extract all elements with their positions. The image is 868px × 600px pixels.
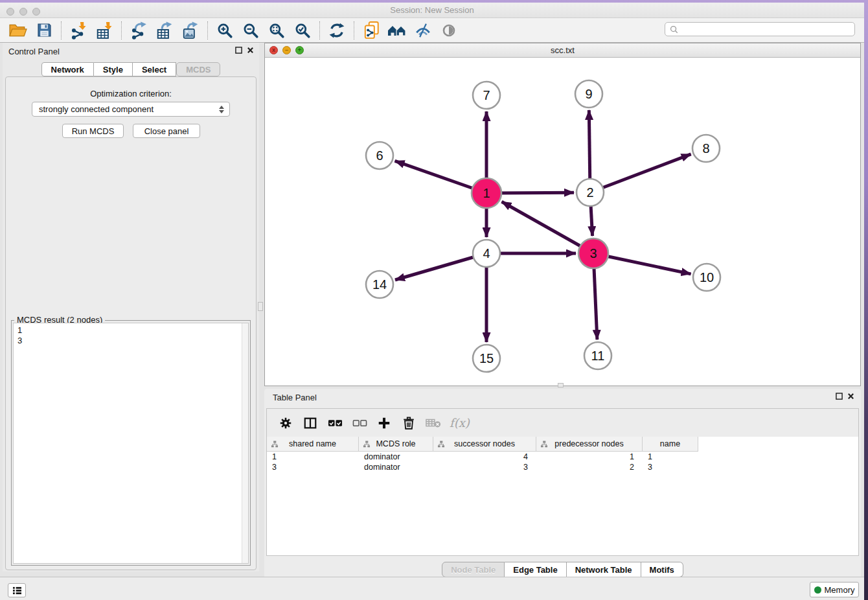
svg-text:11: 11 (591, 349, 605, 363)
add-column-icon[interactable] (374, 413, 394, 433)
table-cell[interactable]: dominator (359, 452, 433, 462)
save-session-icon[interactable] (33, 20, 55, 41)
graph-node-11[interactable]: 11 (584, 342, 611, 369)
optimization-criterion-select[interactable]: strongly connected component (32, 102, 230, 117)
vertical-split-handle[interactable] (258, 302, 263, 311)
svg-text:1: 1 (483, 186, 490, 200)
edge-3-1[interactable] (502, 202, 593, 253)
export-table-icon[interactable] (154, 20, 176, 41)
table-cell[interactable]: 2 (536, 462, 643, 472)
zoom-in-icon[interactable] (214, 20, 236, 41)
graph-node-9[interactable]: 9 (575, 80, 602, 108)
toggle-panel-icon[interactable] (301, 413, 320, 433)
toolbar-separator (319, 21, 320, 40)
graph-node-14[interactable]: 14 (366, 271, 393, 298)
open-file-icon[interactable] (7, 20, 29, 41)
table-cell[interactable]: dominator (359, 462, 433, 472)
import-table-icon[interactable] (93, 20, 115, 41)
svg-text:10: 10 (700, 270, 714, 284)
tab-style[interactable]: Style (94, 62, 133, 76)
settings-icon[interactable] (276, 413, 295, 433)
refresh-view-icon[interactable] (326, 20, 348, 41)
export-network-icon[interactable] (128, 20, 150, 41)
deselect-all-columns-icon[interactable] (350, 413, 369, 433)
toolbar-separator (207, 21, 208, 40)
export-image-icon[interactable] (179, 20, 201, 41)
table-row[interactable]: 3dominator323 (267, 462, 858, 472)
graph-node-15[interactable]: 15 (473, 345, 500, 372)
graph-node-2[interactable]: 2 (577, 179, 604, 206)
memory-status-icon (814, 586, 821, 594)
criterion-value: strongly connected component (39, 104, 154, 114)
table-cell[interactable]: 3 (267, 462, 359, 472)
run-mcds-button[interactable]: Run MCDS (62, 124, 124, 138)
memory-button[interactable]: Memory (810, 582, 859, 597)
zoom-fit-icon[interactable] (266, 20, 288, 41)
search-box (665, 22, 855, 36)
mcds-result-text[interactable]: 13 (13, 323, 249, 564)
result-scrollbar[interactable] (242, 323, 248, 563)
tab-mcds[interactable]: MCDS (176, 62, 220, 76)
graph-node-6[interactable]: 6 (366, 142, 393, 169)
svg-text:2: 2 (586, 185, 593, 200)
tab-network-table[interactable]: Network Table (567, 562, 641, 577)
tab-edge-table[interactable]: Edge Table (505, 562, 566, 577)
graph-node-7[interactable]: 7 (473, 82, 500, 109)
delete-table-icon (424, 413, 443, 433)
toolbar-separator (61, 21, 62, 40)
table-cell[interactable]: 3 (433, 462, 536, 472)
clone-network-view-icon[interactable] (360, 20, 382, 41)
network-graph[interactable]: 7968124314101511 (265, 58, 860, 386)
column-header-shared-name[interactable]: shared name (267, 437, 359, 452)
svg-text:15: 15 (479, 351, 494, 365)
control-panel-tabs: NetworkStyleSelectMCDS (3, 62, 259, 76)
horizontal-split-handle[interactable] (558, 383, 564, 387)
tab-select[interactable]: Select (133, 62, 176, 76)
mcds-tab-content: Optimization criterion: strongly connect… (5, 76, 257, 570)
table-cell[interactable]: 1 (643, 452, 698, 462)
select-all-columns-icon[interactable] (325, 413, 345, 433)
column-header-predecessor-nodes[interactable]: predecessor nodes (536, 437, 643, 452)
app-window: Session: New Session Control Panel (0, 3, 864, 600)
status-bar: Memory (0, 577, 864, 600)
show-hidden-icon[interactable] (438, 20, 460, 41)
table-cell[interactable]: 1 (536, 452, 643, 462)
import-network-icon[interactable] (67, 20, 89, 41)
column-type-icon (540, 441, 548, 450)
graph-node-10[interactable]: 10 (693, 264, 720, 291)
table-row[interactable]: 1dominator411 (267, 452, 858, 462)
tab-motifs[interactable]: Motifs (641, 562, 683, 577)
close-panel-icon[interactable] (247, 47, 254, 54)
control-panel-header: Control Panel (3, 43, 259, 60)
search-icon (670, 25, 678, 34)
table-cell[interactable]: 1 (267, 452, 359, 462)
tab-network[interactable]: Network (41, 62, 94, 76)
table-cell[interactable]: 4 (433, 452, 536, 462)
network-canvas[interactable]: 7968124314101511 (265, 58, 860, 386)
close-table-panel-icon[interactable] (847, 393, 854, 400)
toolbar-separator (121, 21, 122, 40)
graph-node-4[interactable]: 4 (473, 240, 500, 267)
zoom-selected-icon[interactable] (291, 20, 314, 41)
hide-selected-icon[interactable] (412, 20, 434, 41)
column-header-name[interactable]: name (643, 437, 698, 452)
column-header-successor-nodes[interactable]: successor nodes (433, 437, 536, 452)
zoom-out-icon[interactable] (240, 20, 262, 41)
column-type-icon (363, 441, 371, 450)
edge-2-8[interactable] (590, 154, 691, 192)
graph-node-1[interactable]: 1 (472, 178, 501, 208)
function-builder-icon: f(x) (450, 416, 470, 430)
svg-text:6: 6 (376, 148, 383, 163)
tab-node-table[interactable]: Node Table (442, 562, 505, 577)
delete-columns-icon[interactable] (399, 413, 418, 433)
close-panel-button[interactable]: Close panel (133, 124, 200, 138)
search-input[interactable] (681, 23, 854, 35)
table-cell[interactable]: 3 (643, 462, 698, 472)
graph-node-8[interactable]: 8 (692, 135, 720, 162)
float-panel-icon[interactable] (235, 47, 242, 54)
task-history-button[interactable] (8, 583, 26, 597)
column-header-MCDS-role[interactable]: MCDS role (359, 437, 433, 452)
first-neighbors-icon[interactable] (386, 20, 408, 41)
graph-node-3[interactable]: 3 (578, 238, 608, 268)
float-table-panel-icon[interactable] (836, 393, 843, 400)
